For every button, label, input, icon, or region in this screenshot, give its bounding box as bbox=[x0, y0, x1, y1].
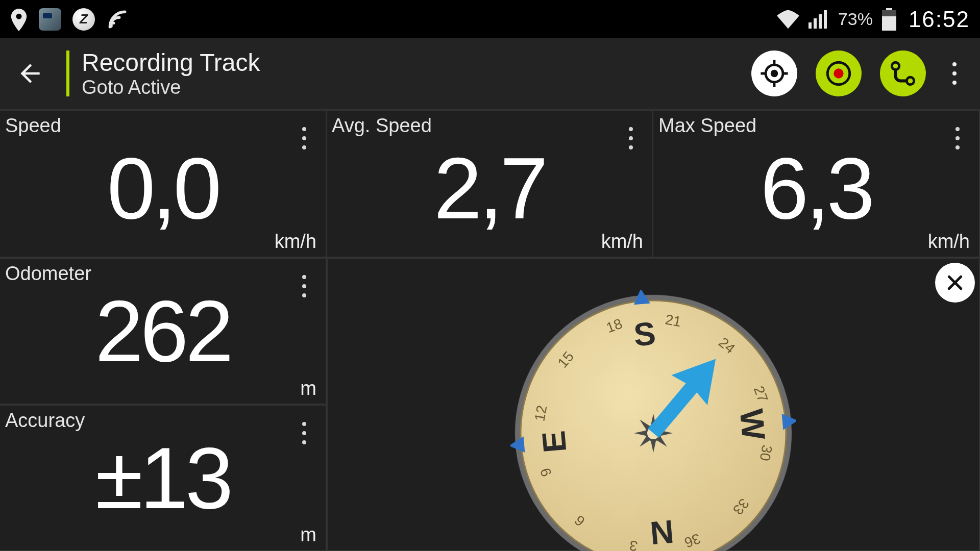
svg-rect-4 bbox=[808, 22, 812, 29]
status-right: wifi 73% 16:52 bbox=[777, 7, 970, 32]
svg-rect-6 bbox=[819, 14, 822, 29]
svg-text:N: N bbox=[649, 513, 675, 551]
cell-signal-icon bbox=[808, 10, 829, 29]
svg-text:30: 30 bbox=[757, 443, 775, 462]
route-icon bbox=[888, 59, 918, 88]
close-icon bbox=[945, 272, 965, 293]
svg-point-12 bbox=[771, 70, 778, 78]
status-left: Z bbox=[10, 8, 129, 31]
back-button[interactable] bbox=[12, 56, 48, 91]
lower-left-column: Odometer 262 m Accuracy ±13 m bbox=[0, 258, 327, 551]
svg-text:S: S bbox=[632, 314, 657, 353]
svg-rect-8 bbox=[886, 8, 892, 10]
titles: Recording Track Goto Active bbox=[82, 48, 260, 98]
arrow-left-icon bbox=[16, 59, 44, 88]
accent-rule bbox=[66, 51, 69, 96]
card-accuracy[interactable]: Accuracy ±13 m bbox=[0, 405, 327, 552]
dot-icon bbox=[952, 81, 957, 85]
card-value: 0,0 bbox=[0, 138, 326, 238]
card-label: Avg. Speed bbox=[332, 115, 432, 137]
battery-icon bbox=[882, 8, 896, 31]
appbar-actions bbox=[751, 51, 968, 96]
lower-area: Odometer 262 m Accuracy ±13 m bbox=[0, 258, 980, 551]
broadcast-icon bbox=[106, 8, 129, 31]
overflow-menu-button[interactable] bbox=[944, 56, 965, 91]
svg-rect-7 bbox=[824, 10, 827, 29]
card-avg-speed[interactable]: Avg. Speed 2,7 km/h bbox=[327, 110, 653, 258]
app-bar: Recording Track Goto Active bbox=[0, 38, 980, 110]
card-unit: m bbox=[300, 378, 316, 399]
card-label: Speed bbox=[5, 115, 61, 137]
card-value: ±13 bbox=[0, 428, 326, 528]
svg-text:12: 12 bbox=[531, 404, 550, 422]
card-max-speed[interactable]: Max Speed 6,3 km/h bbox=[653, 110, 980, 258]
card-value: 2,7 bbox=[327, 138, 652, 238]
svg-rect-10 bbox=[882, 16, 896, 31]
svg-point-0 bbox=[109, 24, 113, 28]
record-icon bbox=[824, 59, 853, 88]
svg-text:21: 21 bbox=[664, 311, 682, 330]
svg-text:E: E bbox=[535, 429, 573, 454]
card-unit: km/h bbox=[275, 231, 316, 253]
dot-icon bbox=[952, 62, 957, 66]
card-unit: km/h bbox=[601, 231, 643, 253]
compass-panel: 369121518212427303336NESW bbox=[327, 258, 980, 551]
card-label: Max Speed bbox=[658, 115, 756, 137]
z-app-icon: Z bbox=[72, 8, 95, 31]
location-pin-icon bbox=[10, 9, 28, 30]
page-title: Recording Track bbox=[82, 48, 260, 77]
svg-point-14 bbox=[834, 68, 843, 78]
svg-text:W: W bbox=[733, 407, 772, 441]
route-button[interactable] bbox=[880, 51, 926, 96]
crosshair-icon bbox=[760, 59, 789, 88]
compass[interactable]: 369121518212427303336NESW bbox=[510, 290, 796, 552]
close-compass-button[interactable] bbox=[935, 263, 975, 303]
android-status-bar: Z bbox=[0, 0, 980, 38]
card-speed[interactable]: Speed 0,0 km/h bbox=[0, 110, 327, 258]
dot-icon bbox=[952, 71, 957, 76]
metrics-row: Speed 0,0 km/h Avg. Speed 2,7 km/h Max S… bbox=[0, 110, 980, 258]
svg-rect-5 bbox=[814, 18, 817, 29]
page-subtitle: Goto Active bbox=[82, 77, 260, 98]
card-unit: km/h bbox=[928, 231, 970, 253]
compass-face-icon: 369121518212427303336NESW bbox=[510, 290, 796, 552]
wifi-icon: wifi bbox=[777, 10, 799, 29]
map-app-icon bbox=[39, 8, 61, 31]
card-unit: m bbox=[300, 524, 316, 546]
screen: Z bbox=[0, 0, 980, 551]
card-odometer[interactable]: Odometer 262 m bbox=[0, 258, 327, 405]
locate-button[interactable] bbox=[751, 51, 797, 96]
battery-percent: 73% bbox=[838, 9, 873, 29]
card-value: 262 bbox=[0, 281, 326, 381]
status-clock: 16:52 bbox=[909, 7, 970, 32]
record-button[interactable] bbox=[816, 51, 862, 96]
card-value: 6,3 bbox=[653, 138, 979, 238]
